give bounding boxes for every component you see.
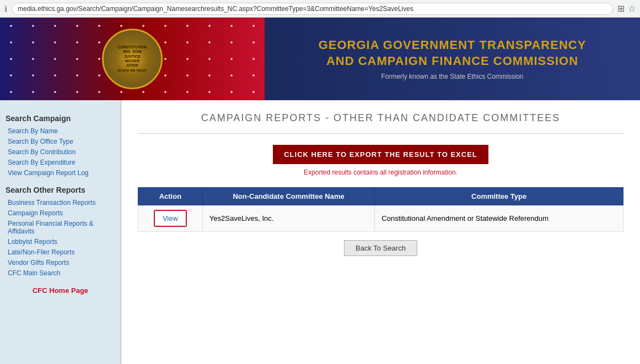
sidebar-item-business[interactable]: Business Transaction Reports	[6, 198, 115, 208]
sidebar-item-cfc-main[interactable]: CFC Main Search	[6, 268, 115, 278]
flag-area: CONSTITUTIONWIS DOMJUSTICEMODERATIONIN G…	[0, 18, 265, 100]
view-btn-highlight: View	[154, 210, 187, 227]
bookmark-list-icon[interactable]: ⊞	[617, 3, 625, 14]
sidebar-section-campaign: Search Campaign	[6, 114, 115, 123]
export-excel-button[interactable]: CLICK HERE TO EXPORT THE RESULT TO EXCEL	[273, 145, 488, 164]
sidebar-item-vendor-gifts[interactable]: Vendor Gifts Reports	[6, 258, 115, 268]
table-cell-name: Yes2SaveLives, Inc.	[202, 205, 374, 232]
url-bar[interactable]: media.ethics.ga.gov/Search/Campaign/Camp…	[12, 3, 613, 15]
seal-text: CONSTITUTIONWIS DOMJUSTICEMODERATIONIN G…	[118, 45, 147, 73]
header-banner: CONSTITUTIONWIS DOMJUSTICEMODERATIONIN G…	[0, 18, 640, 100]
browser-toolbar: ℹ media.ethics.ga.gov/Search/Campaign/Ca…	[0, 0, 640, 18]
export-note: Exported results contains all registrati…	[138, 169, 623, 176]
header-subtitle: Formerly known as the State Ethics Commi…	[381, 73, 523, 80]
page-heading: CAMPAIGN REPORTS - OTHER THAN CANDIDATE …	[138, 111, 623, 125]
sidebar-item-report-log[interactable]: View Campaign Report Log	[6, 168, 115, 178]
results-table: Action Non-Candidate Committee Name Comm…	[138, 187, 623, 232]
state-seal: CONSTITUTIONWIS DOMJUSTICEMODERATIONIN G…	[102, 29, 163, 89]
table-cell-type: Constitutional Amendment or Statewide Re…	[375, 205, 623, 232]
table-cell-action: View	[138, 205, 203, 232]
col-action: Action	[138, 188, 203, 205]
view-button[interactable]: View	[156, 212, 185, 225]
header-title-area: GEORGIA GOVERNMENT TRANSPARENCY AND CAMP…	[265, 18, 640, 100]
sidebar-cfc-home[interactable]: CFC Home Page	[6, 286, 115, 295]
sidebar-item-expenditure[interactable]: Search By Expenditure	[6, 157, 115, 167]
sidebar-item-search-name[interactable]: Search By Name	[6, 126, 115, 136]
sidebar-item-office-type[interactable]: Search By Office Type	[6, 137, 115, 146]
table-row: View Yes2SaveLives, Inc. Constitutional …	[138, 205, 623, 232]
sidebar-item-contribution[interactable]: Search By Contribution	[6, 147, 115, 157]
page-wrapper: CONSTITUTIONWIS DOMJUSTICEMODERATIONIN G…	[0, 18, 640, 364]
info-icon: ℹ	[4, 4, 7, 13]
col-committee-name: Non-Candidate Committee Name	[202, 188, 374, 205]
sidebar-item-campaign-reports[interactable]: Campaign Reports	[6, 208, 115, 218]
back-to-search-button[interactable]: Back To Search	[344, 240, 417, 256]
url-text: media.ethics.ga.gov/Search/Campaign/Camp…	[18, 5, 413, 13]
star-icon[interactable]: ☆	[628, 3, 636, 14]
divider	[138, 133, 623, 134]
col-committee-type: Committee Type	[375, 188, 623, 205]
main-content: CAMPAIGN REPORTS - OTHER THAN CANDIDATE …	[121, 100, 640, 364]
header-title: GEORGIA GOVERNMENT TRANSPARENCY AND CAMP…	[319, 37, 587, 69]
sidebar-item-personal-financial[interactable]: Personal Financial Reports & Affidavits	[6, 219, 115, 236]
table-header-row: Action Non-Candidate Committee Name Comm…	[138, 188, 623, 205]
sidebar: Search Campaign Search By Name Search By…	[0, 100, 121, 364]
browser-action-icons: ⊞ ☆	[617, 3, 636, 14]
sidebar-item-lobbyist[interactable]: Lobbyist Reports	[6, 237, 115, 247]
sidebar-item-late-filer[interactable]: Late/Non-Filer Reports	[6, 247, 115, 257]
sidebar-section-other: Search Other Reports	[6, 186, 115, 194]
content-area: Search Campaign Search By Name Search By…	[0, 100, 640, 364]
